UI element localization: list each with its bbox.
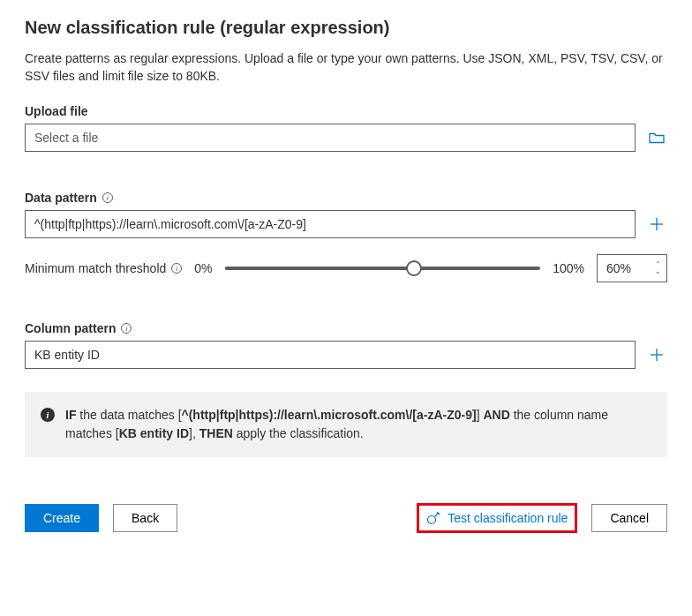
page-description: Create patterns as regular expressions. … bbox=[25, 50, 667, 85]
test-classification-button[interactable]: Test classification rule bbox=[426, 511, 568, 525]
info-icon[interactable]: i bbox=[171, 263, 182, 274]
column-pattern-label: Column pattern i bbox=[25, 321, 667, 335]
threshold-value-input[interactable]: 60% ⌃ ⌄ bbox=[597, 254, 667, 282]
upload-file-input[interactable] bbox=[25, 124, 636, 152]
data-pattern-input[interactable] bbox=[25, 210, 636, 238]
page-title: New classification rule (regular express… bbox=[25, 18, 667, 38]
threshold-max: 100% bbox=[553, 261, 584, 275]
flask-icon bbox=[426, 511, 440, 525]
rule-summary: i IF the data matches [^(http|ftp|https)… bbox=[25, 392, 667, 457]
upload-file-label: Upload file bbox=[25, 104, 667, 118]
add-data-pattern-icon[interactable] bbox=[646, 214, 667, 235]
spin-down-icon[interactable]: ⌄ bbox=[655, 268, 661, 275]
data-pattern-label: Data pattern i bbox=[25, 191, 667, 205]
info-icon[interactable]: i bbox=[102, 192, 113, 203]
svg-point-4 bbox=[428, 516, 436, 524]
cancel-button[interactable]: Cancel bbox=[591, 504, 667, 532]
slider-thumb[interactable] bbox=[406, 260, 422, 276]
threshold-slider[interactable] bbox=[225, 267, 541, 270]
create-button[interactable]: Create bbox=[25, 504, 99, 532]
back-button[interactable]: Back bbox=[113, 504, 177, 532]
threshold-min: 0% bbox=[194, 261, 212, 275]
highlight-box: Test classification rule bbox=[417, 503, 577, 533]
threshold-label: Minimum match threshold i bbox=[25, 261, 182, 275]
info-icon[interactable]: i bbox=[121, 323, 132, 334]
column-pattern-input[interactable] bbox=[25, 341, 636, 369]
browse-folder-icon[interactable] bbox=[646, 127, 667, 148]
add-column-pattern-icon[interactable] bbox=[646, 344, 667, 365]
info-filled-icon: i bbox=[41, 408, 55, 422]
